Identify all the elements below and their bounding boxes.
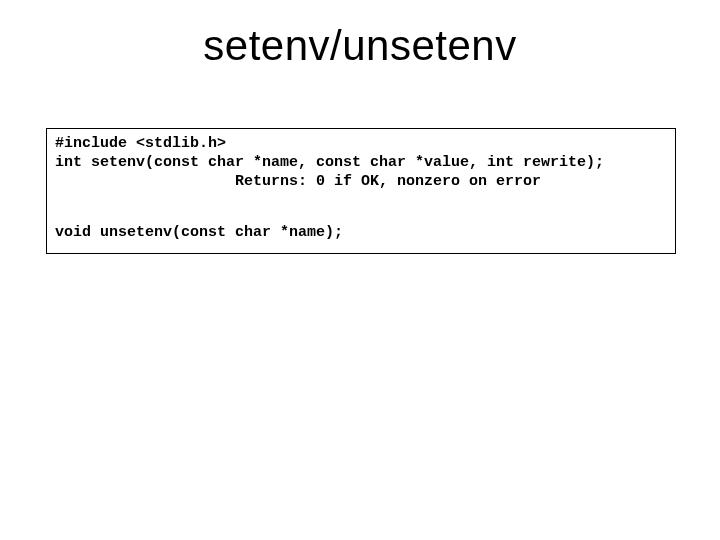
slide: setenv/unsetenv #include <stdlib.h> int … <box>0 0 720 540</box>
blank-line <box>55 210 667 224</box>
page-title: setenv/unsetenv <box>0 0 720 70</box>
code-box: #include <stdlib.h> int setenv(const cha… <box>46 128 676 254</box>
code-unsetenv-decl: void unsetenv(const char *name); <box>55 224 343 241</box>
code-returns: Returns: 0 if OK, nonzero on error <box>55 173 667 192</box>
code-setenv-decl: int setenv(const char *name, const char … <box>55 154 604 171</box>
code-include: #include <stdlib.h> <box>55 135 226 152</box>
